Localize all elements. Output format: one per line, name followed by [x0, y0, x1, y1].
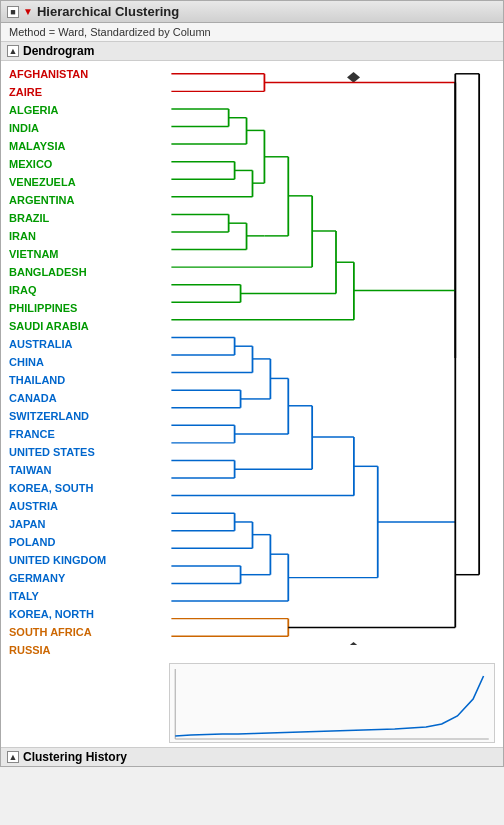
country-item: TAIWAN	[9, 461, 169, 479]
country-item: ITALY	[9, 587, 169, 605]
method-label: Method = Ward, Standardized by Column	[1, 23, 503, 42]
country-item: THAILAND	[9, 371, 169, 389]
main-panel: ■ ▼ Hierarchical Clustering Method = War…	[0, 0, 504, 767]
country-item: POLAND	[9, 533, 169, 551]
country-item: CANADA	[9, 389, 169, 407]
country-item: JAPAN	[9, 515, 169, 533]
country-item: SWITZERLAND	[9, 407, 169, 425]
country-item: IRAN	[9, 227, 169, 245]
svg-text:◆: ◆	[347, 638, 360, 645]
svg-text:◆: ◆	[347, 68, 360, 83]
country-item: GERMANY	[9, 569, 169, 587]
country-item: BANGLADESH	[9, 263, 169, 281]
country-item: AUSTRIA	[9, 497, 169, 515]
country-item: VENEZUELA	[9, 173, 169, 191]
country-item: ALGERIA	[9, 101, 169, 119]
country-item: AUSTRALIA	[9, 335, 169, 353]
country-item: CHINA	[9, 353, 169, 371]
tree-svg: ◆	[169, 65, 503, 645]
country-item: MEXICO	[9, 155, 169, 173]
clustering-history-label: Clustering History	[23, 750, 127, 764]
scree-plot	[169, 663, 495, 743]
country-item: IRAQ	[9, 281, 169, 299]
country-item: KOREA, SOUTH	[9, 479, 169, 497]
tree-area: ◆	[169, 65, 503, 659]
country-item: SOUTH AFRICA	[9, 623, 169, 641]
dendrogram-label: Dendrogram	[23, 44, 94, 58]
country-item: ARGENTINA	[9, 191, 169, 209]
country-item: RUSSIA	[9, 641, 169, 659]
country-item: INDIA	[9, 119, 169, 137]
country-item: AFGHANISTAN	[9, 65, 169, 83]
country-item: UNITED STATES	[9, 443, 169, 461]
country-item: SAUDI ARABIA	[9, 317, 169, 335]
country-item: BRAZIL	[9, 209, 169, 227]
country-item: FRANCE	[9, 425, 169, 443]
country-item: UNITED KINGDOM	[9, 551, 169, 569]
country-item: VIETNAM	[9, 245, 169, 263]
country-item: KOREA, NORTH	[9, 605, 169, 623]
clustering-history-header: ▲ Clustering History	[1, 747, 503, 766]
panel-title: Hierarchical Clustering	[37, 4, 179, 19]
clustering-history-collapse-icon[interactable]: ▲	[7, 751, 19, 763]
country-item: ZAIRE	[9, 83, 169, 101]
collapse-icon[interactable]: ■	[7, 6, 19, 18]
country-item: MALAYSIA	[9, 137, 169, 155]
panel-header: ■ ▼ Hierarchical Clustering	[1, 1, 503, 23]
dendrogram-header: ▲ Dendrogram	[1, 42, 503, 61]
dendrogram-collapse-icon[interactable]: ▲	[7, 45, 19, 57]
scree-svg	[170, 664, 494, 743]
country-list: AFGHANISTANZAIREALGERIAINDIAMALAYSIAMEXI…	[1, 65, 169, 659]
arrow-icon: ▼	[23, 6, 33, 17]
dendrogram-area: AFGHANISTANZAIREALGERIAINDIAMALAYSIAMEXI…	[1, 61, 503, 663]
country-item: PHILIPPINES	[9, 299, 169, 317]
